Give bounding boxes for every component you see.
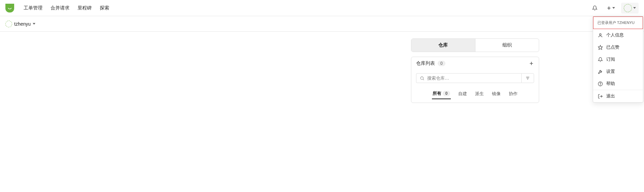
repo-filter-button[interactable] xyxy=(521,73,534,83)
dropdown-header: 已登录用户 TZHENYU xyxy=(593,17,643,29)
menu-label: 退出 xyxy=(606,93,615,99)
repo-search-input[interactable] xyxy=(427,76,518,81)
chevron-down-icon xyxy=(33,23,35,25)
bell-icon xyxy=(598,57,603,62)
notifications-button[interactable] xyxy=(589,3,600,13)
scope-tabs: 仓库 组织 xyxy=(411,38,539,52)
svg-line-6 xyxy=(423,79,424,80)
repo-tab-forks[interactable]: 派生 xyxy=(474,88,485,99)
search-icon xyxy=(420,76,425,81)
nav-milestones[interactable]: 里程碑 xyxy=(78,5,92,11)
repo-tab-sources[interactable]: 自建 xyxy=(458,88,468,99)
menu-logout[interactable]: 退出 xyxy=(593,90,643,102)
filter-icon xyxy=(525,76,530,81)
user-dropdown: 已登录用户 TZHENYU 个人信息 已点赞 订阅 设置 帮助 退出 xyxy=(593,16,643,103)
tab-organizations[interactable]: 组织 xyxy=(475,39,539,52)
nav-pulls[interactable]: 合并请求 xyxy=(51,5,69,11)
plus-icon xyxy=(529,61,534,66)
nav-explore[interactable]: 探索 xyxy=(100,5,109,11)
avatar-icon xyxy=(5,21,12,27)
svg-marker-1 xyxy=(598,45,603,50)
user-breadcrumb[interactable]: tzhenyu xyxy=(5,21,35,27)
repo-search-wrap xyxy=(416,73,521,83)
tab-repositories[interactable]: 仓库 xyxy=(411,39,475,52)
site-logo[interactable] xyxy=(5,4,14,12)
menu-settings[interactable]: 设置 xyxy=(593,65,643,78)
add-repo-button[interactable] xyxy=(529,61,534,66)
svg-point-0 xyxy=(599,33,601,35)
repo-tab-all-count: 0 xyxy=(443,91,450,96)
menu-label: 设置 xyxy=(606,68,615,75)
nav-issues[interactable]: 工单管理 xyxy=(24,5,42,11)
right-column: 仓库 组织 仓库列表 0 xyxy=(411,38,539,103)
chevron-down-icon xyxy=(612,7,615,9)
menu-label: 订阅 xyxy=(606,56,615,62)
breadcrumb-user: tzhenyu xyxy=(14,21,31,27)
chevron-down-icon xyxy=(633,7,636,9)
topbar-right xyxy=(589,3,639,13)
svg-point-5 xyxy=(420,77,423,79)
menu-help[interactable]: 帮助 xyxy=(593,78,643,90)
menu-label: 已点赞 xyxy=(606,44,619,50)
menu-label: 个人信息 xyxy=(606,32,624,38)
repo-filter-tabs: 所有 0 自建 派生 镜像 协作 xyxy=(411,86,539,103)
topbar: 工单管理 合并请求 里程碑 探索 xyxy=(0,0,644,16)
repo-panel-title: 仓库列表 xyxy=(416,60,435,66)
subbar: tzhenyu 已登录用户 TZHENYU 个人信息 已点赞 订阅 设置 帮助 xyxy=(0,16,644,32)
person-icon xyxy=(598,33,603,38)
svg-point-3 xyxy=(600,85,601,85)
tools-icon xyxy=(598,69,603,74)
nav-links: 工单管理 合并请求 里程碑 探索 xyxy=(24,5,109,11)
repo-tab-all[interactable]: 所有 0 xyxy=(432,88,451,99)
repo-panel-header: 仓库列表 0 xyxy=(411,57,539,70)
repo-tab-collab[interactable]: 协作 xyxy=(508,88,518,99)
content: 仓库 组织 仓库列表 0 xyxy=(99,32,545,110)
avatar-icon xyxy=(624,4,632,12)
help-icon xyxy=(598,81,603,86)
star-icon xyxy=(598,45,603,50)
menu-subscriptions[interactable]: 订阅 xyxy=(593,53,643,65)
menu-label: 帮助 xyxy=(606,81,615,87)
repo-panel: 仓库列表 0 所有 0 xyxy=(411,57,539,103)
logout-icon xyxy=(598,94,603,99)
repo-tab-mirrors[interactable]: 镜像 xyxy=(491,88,501,99)
menu-starred[interactable]: 已点赞 xyxy=(593,41,643,53)
create-button[interactable] xyxy=(604,4,617,12)
repo-count-badge: 0 xyxy=(438,61,445,66)
menu-profile[interactable]: 个人信息 xyxy=(593,29,643,41)
user-menu-button[interactable] xyxy=(621,3,639,13)
repo-search-row xyxy=(411,70,539,86)
